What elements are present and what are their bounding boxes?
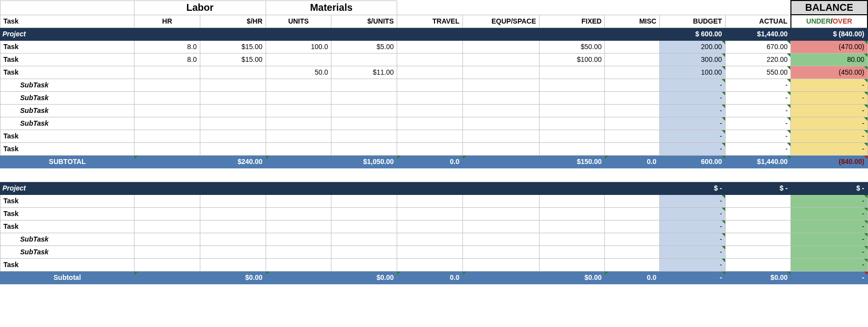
cell-urate[interactable]	[331, 258, 397, 271]
cell-fixed[interactable]	[539, 207, 605, 220]
subtask-label[interactable]: SubTask	[0, 91, 135, 104]
cell-fixed[interactable]	[539, 258, 605, 271]
cell-actual[interactable]: -	[725, 142, 791, 155]
cell-fixed[interactable]: $100.00	[539, 53, 605, 66]
cell-misc[interactable]	[605, 117, 659, 130]
subtask-label[interactable]: SubTask	[0, 104, 135, 117]
cell-actual[interactable]: -	[725, 130, 791, 142]
cell-fixed[interactable]	[539, 66, 605, 79]
project-budget[interactable]: $ -	[659, 182, 725, 194]
subtask-row[interactable]: SubTask---	[0, 79, 868, 91]
cell-hr[interactable]	[135, 79, 200, 91]
cell-balance[interactable]: -	[791, 91, 868, 104]
cell-rate[interactable]	[200, 194, 266, 207]
project-row[interactable]: Project$ 600.00$1,440.00$ (840.00)	[0, 27, 868, 40]
cell-urate[interactable]	[331, 79, 397, 91]
cell-equip[interactable]	[462, 117, 539, 130]
subtask-row[interactable]: SubTask--	[0, 233, 868, 245]
cell-travel[interactable]	[397, 130, 462, 142]
cell-actual[interactable]: -	[725, 104, 791, 117]
subtask-label[interactable]: SubTask	[0, 79, 135, 91]
cell-hr[interactable]	[135, 117, 200, 130]
cell-urate[interactable]	[331, 117, 397, 130]
cell-rate[interactable]	[200, 130, 266, 142]
cell-misc[interactable]	[605, 233, 659, 245]
cell-units[interactable]	[266, 233, 331, 245]
cell-units[interactable]: 100.0	[266, 40, 331, 53]
cell-urate[interactable]	[331, 130, 397, 142]
cell-budget[interactable]: -	[659, 104, 725, 117]
cell-budget[interactable]: -	[659, 245, 725, 258]
cell-actual[interactable]	[725, 220, 791, 233]
cell-units[interactable]	[266, 79, 331, 91]
cell-budget[interactable]: -	[659, 258, 725, 271]
cell-rate[interactable]	[200, 258, 266, 271]
cell-budget[interactable]: -	[659, 220, 725, 233]
cell-equip[interactable]	[462, 104, 539, 117]
cell-travel[interactable]	[397, 66, 462, 79]
cell-balance[interactable]: -	[791, 79, 868, 91]
cell-balance[interactable]: -	[791, 207, 868, 220]
subtask-row[interactable]: SubTask---	[0, 91, 868, 104]
task-row[interactable]: Task--	[0, 194, 868, 207]
cell-budget[interactable]: -	[659, 91, 725, 104]
cell-hr[interactable]	[135, 220, 200, 233]
task-label[interactable]: Task	[0, 258, 135, 271]
cell-units[interactable]	[266, 258, 331, 271]
cell-urate[interactable]	[331, 207, 397, 220]
cell-hr[interactable]	[135, 91, 200, 104]
task-label[interactable]: Task	[0, 142, 135, 155]
cell-budget[interactable]: 300.00	[659, 53, 725, 66]
cell-balance[interactable]: 80.00	[791, 53, 868, 66]
cell-hr[interactable]	[135, 207, 200, 220]
cell-units[interactable]	[266, 207, 331, 220]
project-label[interactable]: Project	[0, 27, 660, 40]
cell-actual[interactable]: 220.00	[725, 53, 791, 66]
cell-rate[interactable]: $15.00	[200, 40, 266, 53]
cell-budget[interactable]: 100.00	[659, 66, 725, 79]
task-row[interactable]: Task8.0$15.00$100.00300.00220.0080.00	[0, 53, 868, 66]
cell-actual[interactable]	[725, 207, 791, 220]
cell-fixed[interactable]: $50.00	[539, 40, 605, 53]
cell-hr[interactable]	[135, 66, 200, 79]
cell-hr[interactable]	[135, 104, 200, 117]
task-label[interactable]: Task	[0, 66, 135, 79]
cell-misc[interactable]	[605, 104, 659, 117]
task-label[interactable]: Task	[0, 53, 135, 66]
task-label[interactable]: Task	[0, 40, 135, 53]
cell-urate[interactable]: $11.00	[331, 66, 397, 79]
cell-balance[interactable]: -	[791, 220, 868, 233]
cell-actual[interactable]	[725, 233, 791, 245]
cell-units[interactable]	[266, 117, 331, 130]
cell-budget[interactable]: -	[659, 117, 725, 130]
cell-equip[interactable]	[462, 53, 539, 66]
cell-fixed[interactable]	[539, 79, 605, 91]
task-row[interactable]: Task---	[0, 130, 868, 142]
cell-travel[interactable]	[397, 117, 462, 130]
cell-units[interactable]	[266, 53, 331, 66]
cell-fixed[interactable]	[539, 104, 605, 117]
cell-equip[interactable]	[462, 79, 539, 91]
cell-equip[interactable]	[462, 245, 539, 258]
subtask-row[interactable]: SubTask---	[0, 104, 868, 117]
cell-fixed[interactable]	[539, 130, 605, 142]
task-row[interactable]: Task--	[0, 258, 868, 271]
cell-units[interactable]	[266, 91, 331, 104]
cell-misc[interactable]	[605, 220, 659, 233]
cell-budget[interactable]: -	[659, 194, 725, 207]
cell-equip[interactable]	[462, 220, 539, 233]
cell-rate[interactable]	[200, 207, 266, 220]
task-row[interactable]: Task--	[0, 220, 868, 233]
cell-budget[interactable]: -	[659, 142, 725, 155]
cell-equip[interactable]	[462, 258, 539, 271]
cell-rate[interactable]	[200, 117, 266, 130]
cell-misc[interactable]	[605, 53, 659, 66]
cell-balance[interactable]: -	[791, 117, 868, 130]
cell-balance[interactable]: -	[791, 130, 868, 142]
cell-misc[interactable]	[605, 66, 659, 79]
subtask-label[interactable]: SubTask	[0, 117, 135, 130]
cell-travel[interactable]	[397, 142, 462, 155]
task-row[interactable]: Task--	[0, 207, 868, 220]
task-row[interactable]: Task8.0$15.00100.0$5.00$50.00200.00670.0…	[0, 40, 868, 53]
cell-units[interactable]	[266, 245, 331, 258]
